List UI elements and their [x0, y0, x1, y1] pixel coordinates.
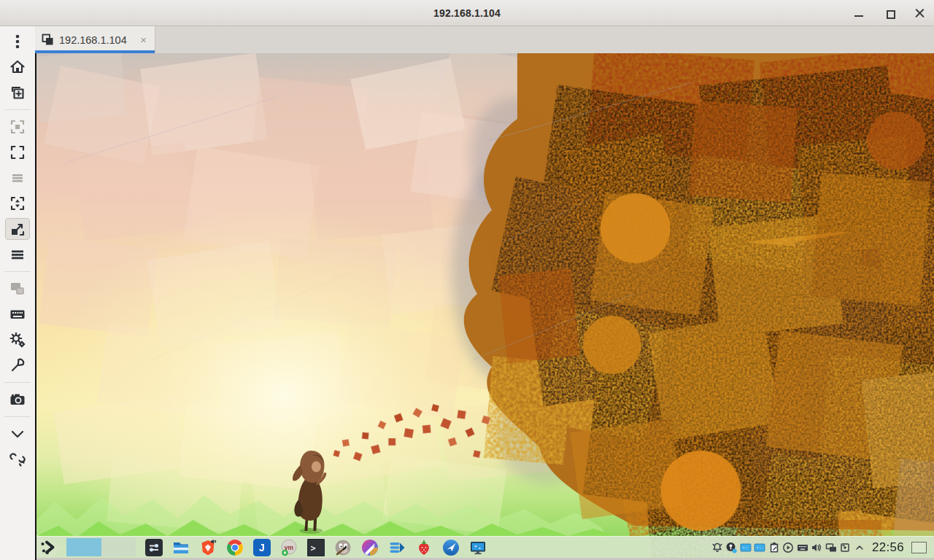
pager-desktop-2[interactable]	[101, 538, 136, 556]
window-titlebar: 192.168.1.104	[0, 0, 934, 26]
system-tray: 22:56	[709, 540, 928, 555]
toolbar-separator	[4, 416, 31, 417]
toolbar-separator	[4, 271, 31, 272]
multi-monitor-icon[interactable]	[6, 280, 29, 298]
desktop-monitor-icon[interactable]	[469, 539, 487, 556]
toolbar-separator	[4, 109, 31, 110]
window-title: 192.168.1.104	[433, 7, 501, 19]
scale-window-icon[interactable]	[5, 218, 30, 240]
hamburger-menu-icon[interactable]	[6, 246, 29, 263]
kde-taskbar: J vm >	[36, 536, 934, 558]
strawberry-player-icon[interactable]	[415, 539, 433, 556]
scaled-mode-icon[interactable]	[6, 195, 29, 212]
virtual-desktop-pager[interactable]	[66, 538, 136, 556]
vmware-icon[interactable]: vm	[280, 539, 298, 556]
dynamic-resolution-icon[interactable]	[6, 118, 29, 136]
app-launcher-icon[interactable]	[39, 539, 57, 556]
notifications-bell-icon[interactable]	[711, 542, 723, 553]
window-controls	[854, 0, 925, 26]
fullscreen-icon[interactable]	[6, 144, 29, 161]
keyboard-grab-icon[interactable]	[6, 306, 29, 323]
krita-icon[interactable]	[361, 539, 379, 556]
settings-sliders-icon[interactable]	[145, 539, 163, 556]
brave-browser-icon[interactable]	[199, 539, 217, 556]
tab-label: 192.168.1.104	[59, 34, 127, 46]
media-player-icon[interactable]	[782, 542, 794, 553]
show-desktop-button[interactable]	[911, 542, 927, 553]
connection-tab[interactable]: 192.168.1.104 ×	[35, 26, 155, 53]
new-connection-icon[interactable]	[6, 84, 29, 101]
chrome-browser-icon[interactable]	[226, 539, 244, 556]
svg-text:J: J	[259, 542, 265, 553]
remote-desktop-view[interactable]: J vm >	[35, 53, 934, 560]
home-icon[interactable]	[6, 58, 29, 76]
tab-close-icon[interactable]: ×	[139, 33, 148, 47]
maximize-button[interactable]	[884, 8, 895, 18]
pager-desktop-1[interactable]	[66, 538, 101, 556]
kdenlive-icon[interactable]	[388, 539, 406, 556]
joplin-icon[interactable]: J	[253, 539, 271, 556]
kebab-menu-icon[interactable]	[6, 33, 29, 50]
terminal-icon[interactable]: >	[307, 539, 325, 556]
clock[interactable]: 22:56	[872, 540, 904, 555]
minimize-chevron-icon[interactable]	[6, 425, 29, 443]
toolbar-separator	[4, 382, 31, 383]
gimp-icon[interactable]	[334, 539, 352, 556]
display-2-icon[interactable]	[754, 542, 765, 553]
svg-text:>: >	[310, 542, 315, 553]
keyboard-layout-icon[interactable]	[797, 542, 808, 553]
remote-screens-icon	[42, 34, 54, 46]
keepassxc-icon[interactable]	[725, 542, 737, 553]
device-box-icon[interactable]	[839, 542, 851, 553]
connection-tabbar: 192.168.1.104 ×	[35, 26, 934, 53]
flight-app-icon[interactable]	[442, 539, 460, 556]
disconnect-link-icon[interactable]	[6, 451, 29, 468]
display-1-icon[interactable]	[740, 542, 752, 553]
minimize-button[interactable]	[854, 8, 864, 18]
tools-wrench-icon[interactable]	[6, 357, 29, 374]
wallpaper-painting	[36, 53, 934, 560]
clipboard-icon[interactable]	[768, 542, 780, 553]
keep-aspect-icon[interactable]	[6, 169, 29, 187]
remmina-toolbar	[0, 26, 35, 560]
network-displays-icon[interactable]	[825, 542, 837, 553]
expand-tray-chevron-icon[interactable]	[854, 542, 865, 553]
close-button[interactable]	[915, 8, 925, 18]
file-manager-icon[interactable]	[172, 539, 190, 556]
preferences-gears-icon[interactable]	[6, 331, 29, 349]
volume-icon[interactable]	[811, 542, 822, 553]
screenshot-camera-icon[interactable]	[6, 391, 29, 408]
